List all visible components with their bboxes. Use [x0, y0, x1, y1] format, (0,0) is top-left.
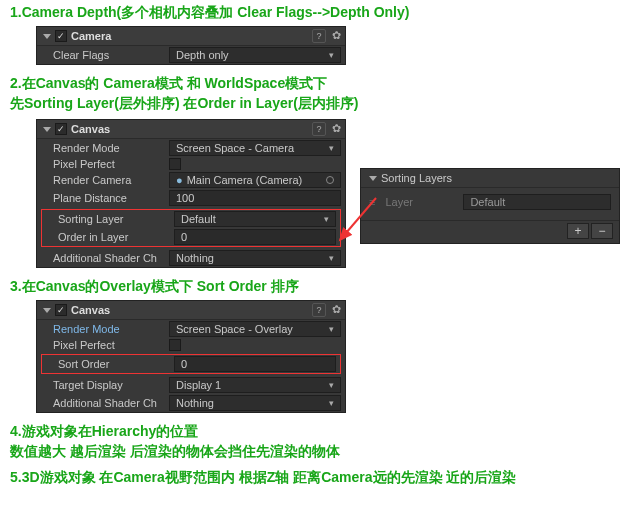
render-mode-label: Render Mode — [41, 142, 169, 154]
pixel-perfect-label: Pixel Perfect — [41, 339, 169, 351]
gear-icon[interactable]: ✿ — [332, 29, 341, 43]
gear-icon[interactable]: ✿ — [332, 122, 341, 136]
help-icon[interactable]: ? — [312, 29, 326, 43]
shader-channels-label: Additional Shader Ch — [41, 252, 169, 264]
help-icon[interactable]: ? — [312, 122, 326, 136]
chevron-down-icon: ▾ — [329, 50, 334, 60]
render-camera-label: Render Camera — [41, 174, 169, 186]
render-mode-dropdown[interactable]: Screen Space - Overlay ▾ — [169, 321, 341, 337]
target-display-label: Target Display — [41, 379, 169, 391]
component-header[interactable]: ✓ Canvas ? ✿ — [37, 120, 345, 139]
shader-channels-value: Nothing — [176, 397, 214, 409]
sort-order-input[interactable]: 0 — [174, 356, 336, 372]
camera-icon: ● — [176, 174, 183, 186]
target-display-value: Display 1 — [176, 379, 221, 391]
sorting-layers-panel: Sorting Layers ≡ Layer Default + − — [360, 168, 620, 244]
highlight-box: Sort Order 0 — [41, 354, 341, 374]
help-icon[interactable]: ? — [312, 303, 326, 317]
camera-component-panel: ✓ Camera ? ✿ Clear Flags Depth only ▾ — [36, 26, 346, 65]
sorting-layer-dropdown[interactable]: Default ▾ — [174, 211, 336, 227]
enable-checkbox[interactable]: ✓ — [55, 30, 67, 42]
heading-3: 3.在Canvas的Overlay模式下 Sort Order 排序 — [0, 274, 638, 298]
shader-channels-dropdown[interactable]: Nothing ▾ — [169, 395, 341, 411]
shader-channels-label: Additional Shader Ch — [41, 397, 169, 409]
chevron-down-icon: ▾ — [329, 253, 334, 263]
render-mode-dropdown[interactable]: Screen Space - Camera ▾ — [169, 140, 341, 156]
shader-channels-dropdown[interactable]: Nothing ▾ — [169, 250, 341, 266]
layer-label: Layer — [385, 196, 455, 208]
expand-arrow-icon — [43, 308, 51, 313]
enable-checkbox[interactable]: ✓ — [55, 304, 67, 316]
heading-1: 1.Camera Depth(多个相机内容叠加 Clear Flags-->De… — [0, 0, 638, 24]
expand-arrow-icon — [43, 127, 51, 132]
chevron-down-icon: ▾ — [329, 380, 334, 390]
sorting-layers-header[interactable]: Sorting Layers — [361, 169, 619, 188]
component-title: Canvas — [71, 304, 312, 316]
sorting-layer-value: Default — [181, 213, 216, 225]
add-layer-button[interactable]: + — [567, 223, 589, 239]
expand-arrow-icon — [43, 34, 51, 39]
render-camera-value: Main Camera (Camera) — [187, 174, 303, 186]
sort-order-label: Sort Order — [46, 358, 174, 370]
layer-name-input[interactable]: Default — [463, 194, 611, 210]
clear-flags-label: Clear Flags — [41, 49, 169, 61]
canvas-component-panel-2: ✓ Canvas ? ✿ Render Mode Screen Space - … — [36, 300, 346, 413]
expand-arrow-icon — [369, 176, 377, 181]
sorting-layers-title: Sorting Layers — [381, 172, 452, 184]
component-title: Camera — [71, 30, 312, 42]
plane-distance-label: Plane Distance — [41, 192, 169, 204]
render-mode-label: Render Mode — [41, 323, 169, 335]
component-header[interactable]: ✓ Canvas ? ✿ — [37, 301, 345, 320]
chevron-down-icon: ▾ — [329, 398, 334, 408]
canvas-component-panel-1: ✓ Canvas ? ✿ Render Mode Screen Space - … — [36, 119, 346, 268]
render-mode-value: Screen Space - Camera — [176, 142, 294, 154]
component-title: Canvas — [71, 123, 312, 135]
target-display-dropdown[interactable]: Display 1 ▾ — [169, 377, 341, 393]
sorting-layer-row[interactable]: ≡ Layer Default — [369, 192, 611, 216]
order-in-layer-label: Order in Layer — [46, 231, 174, 243]
shader-channels-value: Nothing — [176, 252, 214, 264]
pixel-perfect-label: Pixel Perfect — [41, 158, 169, 170]
render-mode-value: Screen Space - Overlay — [176, 323, 293, 335]
gear-icon[interactable]: ✿ — [332, 303, 341, 317]
heading-2b: 先Sorting Layer(层外排序) 在Order in Layer(层内排… — [0, 95, 638, 117]
heading-4: 4.游戏对象在Hierarchy的位置 — [0, 419, 638, 443]
component-header[interactable]: ✓ Camera ? ✿ — [37, 27, 345, 46]
object-picker-icon[interactable] — [326, 176, 334, 184]
enable-checkbox[interactable]: ✓ — [55, 123, 67, 135]
clear-flags-value: Depth only — [176, 49, 229, 61]
drag-handle-icon[interactable]: ≡ — [369, 196, 373, 208]
chevron-down-icon: ▾ — [329, 143, 334, 153]
chevron-down-icon: ▾ — [324, 214, 329, 224]
heading-2: 2.在Canvas的 Camera模式 和 WorldSpace模式下 — [0, 71, 638, 95]
highlight-box: Sorting Layer Default ▾ Order in Layer 0 — [41, 209, 341, 247]
clear-flags-dropdown[interactable]: Depth only ▾ — [169, 47, 341, 63]
heading-4b: 数值越大 越后渲染 后渲染的物体会挡住先渲染的物体 — [0, 443, 638, 465]
plane-distance-input[interactable]: 100 — [169, 190, 341, 206]
chevron-down-icon: ▾ — [329, 324, 334, 334]
pixel-perfect-checkbox[interactable] — [169, 339, 181, 351]
pixel-perfect-checkbox[interactable] — [169, 158, 181, 170]
order-in-layer-input[interactable]: 0 — [174, 229, 336, 245]
render-camera-field[interactable]: ●Main Camera (Camera) — [169, 172, 341, 188]
remove-layer-button[interactable]: − — [591, 223, 613, 239]
sorting-layer-label: Sorting Layer — [46, 213, 174, 225]
heading-5: 5.3D游戏对象 在Camera视野范围内 根据Z轴 距离Camera远的先渲染… — [0, 465, 638, 489]
